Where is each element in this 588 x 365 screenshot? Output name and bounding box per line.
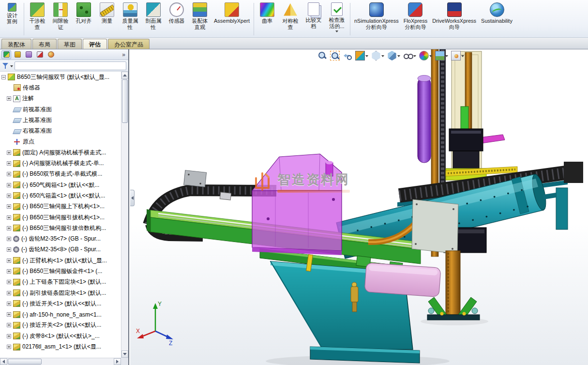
scroll-thumb[interactable] (122, 79, 128, 123)
expand-icon[interactable] (7, 226, 11, 230)
tree-item[interactable]: (-) B650双节横走式-单截式横... (0, 169, 121, 180)
tree-item[interactable]: (-) afr-150-h_none_5_asm<1... (0, 309, 121, 320)
floxpress-button[interactable]: FloXpress分析向导 (401, 1, 430, 37)
section-properties-button[interactable]: 剖面属性 (142, 1, 165, 37)
mass-properties-button[interactable]: 质量属性 (119, 1, 142, 37)
dimxpertmanager-tab[interactable] (35, 50, 45, 59)
interference-check-button[interactable]: 干涉检查 (26, 1, 49, 37)
measure-button[interactable]: 测量 (95, 1, 119, 37)
tree-item[interactable]: (-) 上下链条下固定块<1> (默认... (0, 277, 121, 288)
tree-horizontal-scrollbar[interactable] (0, 358, 121, 365)
tree-item[interactable]: (-) 接近开关<2> (默认<<默认... (0, 320, 121, 331)
view-orientation-button[interactable] (371, 50, 385, 61)
design-study-button[interactable]: 设计算例 (2, 1, 22, 37)
expand-icon[interactable] (7, 161, 11, 166)
scroll-up-button[interactable] (121, 72, 128, 79)
expand-icon[interactable] (7, 280, 11, 284)
tree-item[interactable]: (-) 正臂机构<1> (默认<默认_显... (0, 255, 121, 266)
dropdown-arrow-icon[interactable] (381, 55, 384, 57)
simulationxpress-button[interactable]: nSimulationXpress分析向导 (352, 1, 401, 37)
collapse-icon[interactable] (1, 75, 6, 79)
featuremanager-tree-tab[interactable] (1, 50, 11, 59)
model-end-bracket[interactable] (543, 188, 568, 229)
scroll-right-button[interactable] (114, 358, 121, 365)
sensor-button[interactable]: 传感器 (165, 1, 188, 37)
curvature-button[interactable]: 曲率 (256, 1, 279, 37)
tree-item[interactable]: 前视基准面 (0, 104, 121, 115)
filter-funnel-icon[interactable] (2, 62, 9, 69)
tree-item[interactable]: (-) 齿轮M2-35<7> (GB - Spur... (0, 233, 121, 244)
apply-scene-button[interactable] (435, 50, 449, 61)
dropdown-arrow-icon[interactable] (413, 55, 416, 57)
panel-chevron-icon[interactable] (122, 51, 127, 58)
expand-icon[interactable] (7, 345, 11, 349)
compare-documents-button[interactable]: 比较文档 (302, 1, 325, 37)
dropdown-arrow-icon[interactable] (445, 55, 448, 57)
model-magenta-housing[interactable] (252, 154, 342, 255)
check-active-document-button[interactable]: 检查激活的... (325, 1, 348, 37)
previous-view-button[interactable] (342, 50, 353, 61)
3d-viewport[interactable]: 智造资料网 Y X Z (130, 49, 588, 365)
display-style-button[interactable] (387, 50, 401, 61)
tree-item[interactable]: (-) 副引拔链条固定块<1> (默认... (0, 288, 121, 298)
tab-layout[interactable]: 布局 (32, 39, 57, 49)
tree-vertical-scrollbar[interactable] (121, 72, 128, 358)
tree-item[interactable]: (-) 皮带8<1> (默认<<默认>_... (0, 331, 121, 341)
tree-item[interactable]: 注解 (0, 93, 121, 104)
tree-item[interactable]: (-) B650三轴伺服钣金件<1> (... (0, 266, 121, 276)
filter-dropdown-icon[interactable] (10, 65, 13, 67)
view-settings-button[interactable] (451, 50, 465, 61)
tree-item[interactable]: 传感器 (0, 82, 121, 93)
expand-icon[interactable] (7, 194, 11, 198)
propertymanager-tab[interactable] (13, 50, 22, 59)
tree-item[interactable]: (-) 650汽箱盖<1> (默认<<默认... (0, 190, 121, 201)
dropdown-arrow-icon[interactable] (365, 55, 368, 57)
model-pink-cover[interactable] (364, 263, 441, 297)
tab-office-products[interactable]: 办公室产品 (108, 39, 150, 49)
dropdown-arrow-icon[interactable] (461, 55, 464, 57)
dropdown-arrow-icon[interactable] (429, 55, 432, 57)
assemblyxpert-button[interactable]: AssemblyXpert (211, 1, 252, 37)
tree-item[interactable]: (-) B650三轴伺服引拔机构<1>... (0, 212, 121, 223)
clearance-verify-button[interactable]: 间隙验证 (49, 1, 72, 37)
expand-icon[interactable] (7, 269, 11, 274)
tab-sketch[interactable]: 草图 (58, 39, 82, 49)
expand-icon[interactable] (7, 237, 11, 241)
model-mounting-plate[interactable] (412, 199, 458, 254)
displaymanager-tab[interactable] (46, 50, 56, 59)
driveworksxpress-button[interactable]: DriveWorksXpress向导 (430, 1, 479, 37)
tree-item[interactable]: 02176tl_asm_1<1> (默认<显... (0, 341, 121, 352)
dropdown-arrow-icon[interactable] (397, 55, 400, 57)
dropdown-arrow-icon[interactable] (335, 30, 338, 32)
edit-appearance-button[interactable] (419, 50, 433, 61)
symmetry-check-button[interactable]: 对称检查 (279, 1, 302, 37)
panel-collapse-handle[interactable] (130, 190, 135, 206)
expand-icon[interactable] (7, 259, 11, 263)
filter-input[interactable] (15, 61, 126, 70)
sustainability-button[interactable]: Sustainability (479, 1, 515, 37)
tree-item[interactable]: (固定) A伺服驱动机械手横走式... (0, 147, 121, 158)
section-view-button[interactable] (355, 50, 369, 61)
expand-icon[interactable] (7, 323, 11, 327)
zoom-area-button[interactable] (330, 50, 340, 61)
expand-icon[interactable] (7, 204, 11, 209)
tree-item[interactable]: (-) 650气阀箱<1> (默认<<默... (0, 180, 121, 190)
tab-assembly[interactable]: 装配体 (1, 39, 31, 49)
tree-item[interactable]: (-) B650三轴伺服上下机构<1>... (0, 201, 121, 212)
tree-item[interactable]: 右视基准面 (0, 125, 121, 136)
expand-icon[interactable] (7, 302, 11, 306)
hole-alignment-button[interactable]: 孔对齐 (72, 1, 95, 37)
tree-root-item[interactable]: B650三轴伺服双节 (默认<默认_显... (0, 72, 121, 82)
tree-item[interactable]: (-) 齿轮M2-35<8> (GB - Spur... (0, 244, 121, 255)
tree-item[interactable]: (-) A伺服驱动机械手横走式-单... (0, 158, 121, 168)
hide-show-items-button[interactable] (403, 50, 417, 61)
configurationmanager-tab[interactable] (24, 50, 33, 59)
expand-icon[interactable] (7, 96, 11, 101)
3d-model-canvas[interactable] (130, 49, 588, 365)
scroll-down-button[interactable] (121, 350, 128, 358)
assembly-visualization-button[interactable]: 装配体直观 (188, 1, 211, 37)
expand-icon[interactable] (7, 172, 11, 176)
expand-icon[interactable] (7, 183, 11, 187)
expand-icon[interactable] (7, 334, 11, 338)
expand-icon[interactable] (7, 151, 11, 155)
